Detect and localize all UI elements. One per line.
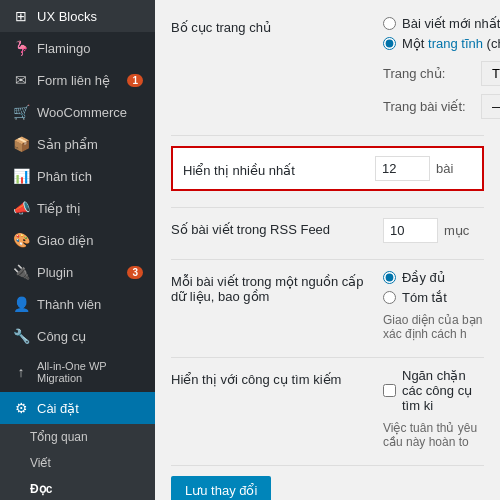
moi-bai-label: Mỗi bài viết trong một nguồn cấp dữ liệu… xyxy=(171,270,371,304)
tim-kiem-label: Hiển thị với công cụ tìm kiếm xyxy=(171,368,371,387)
radio-trang-tinh-input[interactable] xyxy=(383,37,396,50)
sidebar-item-cai-dat[interactable]: ⚙ Cài đặt xyxy=(0,392,155,424)
hien-thi-inner: Hiển thị nhiều nhất bài xyxy=(183,156,472,181)
sidebar-item-label: Flamingo xyxy=(37,41,143,56)
sidebar-item-label: UX Blocks xyxy=(37,9,143,24)
rss-input-row: mục xyxy=(383,218,484,243)
sidebar-item-thanh-vien[interactable]: 👤 Thành viên xyxy=(0,288,155,320)
radio-tom-tat-label: Tóm tắt xyxy=(402,290,447,305)
sidebar-item-label: Phân tích xyxy=(37,169,143,184)
hien-thi-input[interactable] xyxy=(375,156,430,181)
radio-bai-viet-label: Bài viết mới nhất xyxy=(402,16,500,31)
sidebar-item-woo[interactable]: 🛒 WooCommerce xyxy=(0,96,155,128)
separator-3 xyxy=(171,259,484,260)
sidebar-item-label: Plugin xyxy=(37,265,120,280)
trang-chu-label: Trang chủ: xyxy=(383,66,473,81)
flamingo-icon: 🦩 xyxy=(12,40,30,56)
radio-tom-tat[interactable]: Tóm tắt xyxy=(383,290,484,305)
moi-bai-control: Đầy đủ Tóm tắt Giao diện của bạn xác địn… xyxy=(383,270,484,341)
rss-input[interactable] xyxy=(383,218,438,243)
radio-bai-viet-moi-nhat[interactable]: Bài viết mới nhất xyxy=(383,16,500,31)
sidebar-item-ux-blocks[interactable]: ⊞ UX Blocks xyxy=(0,0,155,32)
sidebar-item-label: All-in-One WP Migration xyxy=(37,360,143,384)
radio-tom-tat-input[interactable] xyxy=(383,291,396,304)
sidebar-item-form[interactable]: ✉ Form liên hệ 1 xyxy=(0,64,155,96)
separator-2 xyxy=(171,207,484,208)
bo-cuc-radio-group: Bài viết mới nhất Một trang tĩnh (chọn d… xyxy=(383,16,500,51)
trang-chu-row: Trang chủ: Trang chủ xyxy=(383,61,500,86)
trang-chu-select[interactable]: Trang chủ xyxy=(481,61,500,86)
plugin-icon: 🔌 xyxy=(12,264,30,280)
tim-kiem-checkbox[interactable] xyxy=(383,384,396,397)
hien-thi-control: bài xyxy=(375,156,453,181)
bo-cuc-label: Bố cục trang chủ xyxy=(171,16,371,35)
trang-bai-viet-row: Trang bài viết: — Chọn — xyxy=(383,94,500,119)
sidebar-item-label: Form liên hệ xyxy=(37,73,120,88)
bo-cuc-control: Bài viết mới nhất Một trang tĩnh (chọn d… xyxy=(383,16,500,119)
tim-kiem-checkbox-row[interactable]: Ngăn chặn các công cụ tìm ki xyxy=(383,368,484,413)
separator-5 xyxy=(171,465,484,466)
sidebar-item-label: Cài đặt xyxy=(37,401,143,416)
settings-row-bo-cuc: Bố cục trang chủ Bài viết mới nhất Một t… xyxy=(171,16,484,119)
sidebar-item-san-pham[interactable]: 📦 Sản phẩm xyxy=(0,128,155,160)
tiep-thi-icon: 📣 xyxy=(12,200,30,216)
sidebar-item-plugin[interactable]: 🔌 Plugin 3 xyxy=(0,256,155,288)
tim-kiem-control: Ngăn chặn các công cụ tìm ki Việc tuân t… xyxy=(383,368,484,449)
sidebar-item-label: Công cụ xyxy=(37,329,143,344)
tim-kiem-help: Việc tuân thủ yêu cầu này hoàn to xyxy=(383,421,484,449)
woo-icon: 🛒 xyxy=(12,104,30,120)
submenu-item-tong-quan[interactable]: Tổng quan xyxy=(0,424,155,450)
cong-cu-icon: 🔧 xyxy=(12,328,30,344)
giao-dien-icon: 🎨 xyxy=(12,232,30,248)
hien-thi-label: Hiển thị nhiều nhất xyxy=(183,159,363,178)
rss-control: mục xyxy=(383,218,484,243)
main-content: Bố cục trang chủ Bài viết mới nhất Một t… xyxy=(155,0,500,500)
separator-4 xyxy=(171,357,484,358)
sidebar-item-all-in-one[interactable]: ↑ All-in-One WP Migration xyxy=(0,352,155,392)
tim-kiem-checkbox-label: Ngăn chặn các công cụ tìm ki xyxy=(402,368,484,413)
settings-row-moi-bai-viet: Mỗi bài viết trong một nguồn cấp dữ liệu… xyxy=(171,270,484,341)
radio-day-du-label: Đầy đủ xyxy=(402,270,445,285)
settings-panel: Bố cục trang chủ Bài viết mới nhất Một t… xyxy=(155,0,500,500)
radio-mot-trang-tinh[interactable]: Một trang tĩnh (chọn dưới đây) xyxy=(383,36,500,51)
ux-blocks-icon: ⊞ xyxy=(12,8,30,24)
form-icon: ✉ xyxy=(12,72,30,88)
trang-tinh-link[interactable]: trang tĩnh xyxy=(428,36,483,51)
submenu-cai-dat: Tổng quan Viết Đọc Bình luận xyxy=(0,424,155,500)
sidebar-item-phan-tich[interactable]: 📊 Phân tích xyxy=(0,160,155,192)
submenu-item-doc[interactable]: Đọc xyxy=(0,476,155,500)
trang-bai-viet-label: Trang bài viết: xyxy=(383,99,473,114)
separator-1 xyxy=(171,135,484,136)
sidebar: ⊞ UX Blocks 🦩 Flamingo ✉ Form liên hệ 1 … xyxy=(0,0,155,500)
rss-unit: mục xyxy=(444,223,469,238)
radio-day-du-input[interactable] xyxy=(383,271,396,284)
settings-row-rss: Số bài viết trong RSS Feed mục xyxy=(171,218,484,243)
san-pham-icon: 📦 xyxy=(12,136,30,152)
sidebar-item-label: WooCommerce xyxy=(37,105,143,120)
hien-thi-unit: bài xyxy=(436,161,453,176)
settings-row-tim-kiem: Hiển thị với công cụ tìm kiếm Ngăn chặn … xyxy=(171,368,484,449)
sidebar-item-label: Sản phẩm xyxy=(37,137,143,152)
radio-trang-tinh-label: Một trang tĩnh (chọn dưới đây) xyxy=(402,36,500,51)
sidebar-item-label: Tiếp thị xyxy=(37,201,143,216)
sidebar-item-label: Thành viên xyxy=(37,297,143,312)
sidebar-item-giao-dien[interactable]: 🎨 Giao diện xyxy=(0,224,155,256)
sidebar-item-label: Giao diện xyxy=(37,233,143,248)
plugin-badge: 3 xyxy=(127,266,143,279)
sidebar-item-cong-cu[interactable]: 🔧 Công cụ xyxy=(0,320,155,352)
save-row: Lưu thay đổi xyxy=(171,476,484,500)
radio-day-du[interactable]: Đầy đủ xyxy=(383,270,484,285)
trang-bai-viet-select[interactable]: — Chọn — xyxy=(481,94,500,119)
moi-bai-radio-group: Đầy đủ Tóm tắt xyxy=(383,270,484,305)
form-badge: 1 xyxy=(127,74,143,87)
submenu-item-viet[interactable]: Viết xyxy=(0,450,155,476)
save-button[interactable]: Lưu thay đổi xyxy=(171,476,271,500)
moi-bai-help: Giao diện của bạn xác định cách h xyxy=(383,313,484,341)
sidebar-item-flamingo[interactable]: 🦩 Flamingo xyxy=(0,32,155,64)
thanh-vien-icon: 👤 xyxy=(12,296,30,312)
phan-tich-icon: 📊 xyxy=(12,168,30,184)
highlighted-hien-thi: Hiển thị nhiều nhất bài xyxy=(171,146,484,191)
sidebar-item-tiep-thi[interactable]: 📣 Tiếp thị xyxy=(0,192,155,224)
radio-bai-viet-input[interactable] xyxy=(383,17,396,30)
all-in-one-icon: ↑ xyxy=(12,364,30,380)
